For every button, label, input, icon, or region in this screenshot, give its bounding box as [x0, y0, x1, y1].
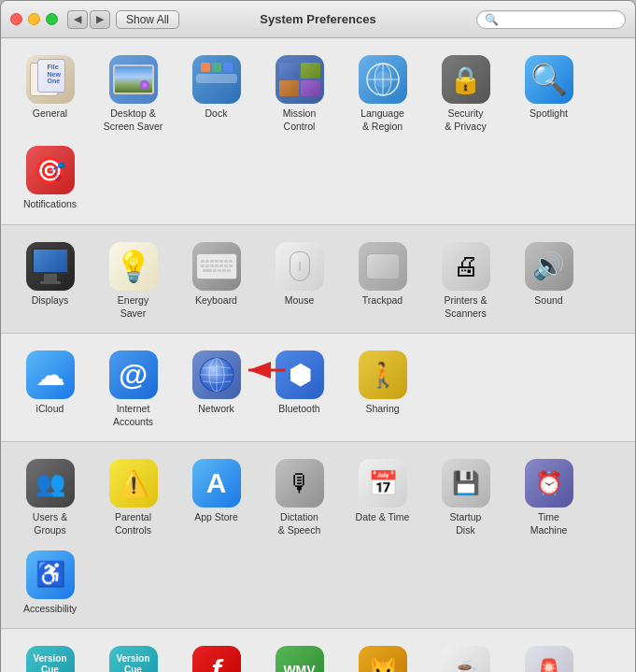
datetime-icon: 📅	[359, 459, 407, 508]
desktop-icon	[109, 55, 158, 104]
keyboard-icon	[192, 242, 241, 291]
icon-item-mouse[interactable]: Mouse	[260, 236, 339, 323]
accessibility-label: Accessibility	[23, 603, 77, 616]
icon-item-network[interactable]: Network	[177, 345, 256, 432]
versioncue4-icon: VersionCueCS4	[109, 646, 158, 672]
icon-item-sharing[interactable]: 🚶 Sharing	[343, 345, 422, 432]
mission-icon	[276, 55, 324, 104]
flash-icon: f	[192, 646, 241, 672]
icon-item-parental[interactable]: ⚠️ ParentalControls	[93, 453, 173, 540]
icon-item-energy[interactable]: 💡 EnergySaver	[93, 236, 173, 323]
internet-accounts-icon: @	[109, 350, 158, 399]
security-icon: 🔒	[442, 55, 490, 104]
content-area: FileNewOne General	[1, 38, 635, 672]
icon-item-macfuse[interactable]: 🚨 MacFUSE	[509, 640, 588, 672]
forward-button[interactable]: ▶	[90, 10, 110, 29]
icons-grid-system: 👥 Users &Groups ⚠️ ParentalControls	[10, 453, 626, 619]
icon-item-notifications[interactable]: 🎯 Notifications	[10, 140, 90, 215]
section-hardware: Displays 💡 EnergySaver	[1, 225, 635, 334]
users-icon: 👥	[26, 459, 75, 508]
icon-item-desktop[interactable]: Desktop &Screen Saver	[93, 50, 173, 136]
icon-item-startup[interactable]: 💾 StartupDisk	[426, 453, 505, 540]
icon-item-general[interactable]: FileNewOne General	[10, 50, 90, 136]
back-button[interactable]: ◀	[67, 10, 88, 29]
titlebar: ◀ ▶ Show All System Preferences 🔍	[1, 1, 635, 38]
icon-item-icloud[interactable]: ☁ iCloud	[10, 345, 90, 432]
notifications-icon: 🎯	[26, 146, 75, 194]
icon-item-versioncue4[interactable]: VersionCueCS4 Version CueCS4	[93, 640, 173, 672]
mouse-icon	[276, 242, 324, 291]
icon-item-trackpad[interactable]: Trackpad	[343, 236, 422, 323]
icon-item-internet-accounts[interactable]: @ InternetAccounts	[93, 345, 173, 432]
bluetooth-label: Bluetooth	[278, 403, 319, 416]
notifications-label: Notifications	[23, 198, 77, 211]
nav-buttons: ◀ ▶	[67, 10, 110, 29]
growl-icon: 😾	[359, 646, 407, 672]
icon-item-growl[interactable]: 😾 Growl	[343, 640, 422, 672]
close-button[interactable]	[10, 13, 22, 25]
parental-icon: ⚠️	[109, 459, 158, 508]
icon-item-versioncue3[interactable]: VersionCueCS3 Version CueCS3	[10, 640, 90, 672]
icon-item-accessibility[interactable]: ♿ Accessibility	[10, 545, 90, 620]
trackpad-icon	[359, 242, 407, 291]
icon-item-users[interactable]: 👥 Users &Groups	[10, 453, 90, 540]
section-system: 👥 Users &Groups ⚠️ ParentalControls	[1, 442, 635, 629]
flip4mac-icon: WMV	[276, 646, 324, 672]
sharing-icon: 🚶	[359, 350, 407, 399]
icon-item-language[interactable]: Language& Region	[343, 50, 422, 136]
icon-item-mission[interactable]: MissionControl	[260, 50, 339, 136]
startup-label: StartupDisk	[450, 511, 482, 536]
dock-label: Dock	[205, 107, 228, 121]
icons-grid-hardware: Displays 💡 EnergySaver	[10, 236, 626, 323]
icons-grid-other: VersionCueCS3 Version CueCS3 VersionCueC…	[10, 640, 626, 672]
network-icon	[192, 350, 241, 399]
desktop-label: Desktop &Screen Saver	[104, 107, 163, 133]
icon-item-dock[interactable]: Dock	[177, 50, 256, 136]
displays-label: Displays	[32, 294, 69, 307]
icon-item-dictation[interactable]: 🎙 Dictation& Speech	[260, 453, 339, 540]
icon-item-datetime[interactable]: 📅 Date & Time	[343, 453, 422, 540]
icon-item-printers[interactable]: 🖨 Printers &Scanners	[426, 236, 505, 323]
search-input[interactable]	[502, 13, 617, 26]
show-all-button[interactable]: Show All	[116, 10, 179, 29]
mission-label: MissionControl	[283, 107, 317, 133]
icon-item-spotlight[interactable]: 🔍 Spotlight	[509, 50, 588, 136]
accessibility-icon: ♿	[26, 550, 75, 599]
icon-item-security[interactable]: 🔒 Security& Privacy	[426, 50, 505, 136]
icon-item-sound[interactable]: 🔊 Sound	[509, 236, 588, 323]
keyboard-label: Keyboard	[195, 294, 237, 307]
sound-label: Sound	[534, 294, 562, 307]
energy-icon: 💡	[109, 242, 158, 291]
startup-icon: 💾	[442, 459, 490, 508]
icon-item-displays[interactable]: Displays	[10, 236, 90, 323]
energy-label: EnergySaver	[118, 294, 148, 320]
minimize-button[interactable]	[28, 13, 40, 25]
icon-item-java[interactable]: ☕ Java	[426, 640, 505, 672]
versioncue3-icon: VersionCueCS3	[26, 646, 75, 672]
icon-item-flash[interactable]: f Flash Player	[177, 640, 256, 672]
icon-item-keyboard[interactable]: Keyboard	[177, 236, 256, 323]
section-other: VersionCueCS3 Version CueCS3 VersionCueC…	[1, 629, 635, 672]
icon-item-appstore[interactable]: A App Store	[177, 453, 256, 540]
maximize-button[interactable]	[46, 13, 58, 25]
timemachine-label: TimeMachine	[530, 511, 568, 536]
sound-icon: 🔊	[525, 242, 573, 291]
java-icon: ☕	[442, 646, 490, 672]
icon-item-bluetooth[interactable]: ⬢ Bluetooth	[260, 345, 339, 432]
network-label: Network	[198, 403, 234, 416]
parental-label: ParentalControls	[115, 511, 151, 536]
icon-item-timemachine[interactable]: ⏰ TimeMachine	[509, 453, 588, 540]
general-icon: FileNewOne	[26, 55, 75, 104]
icons-grid-internet: ☁ iCloud @ InternetAccounts	[10, 345, 626, 432]
dictation-label: Dictation& Speech	[278, 511, 321, 536]
internet-accounts-label: InternetAccounts	[113, 403, 153, 428]
macfuse-icon: 🚨	[525, 646, 573, 672]
icon-item-flip4mac[interactable]: WMV Flip4MacWMV	[260, 640, 339, 672]
spotlight-label: Spotlight	[530, 107, 568, 121]
general-label: General	[33, 107, 67, 121]
search-box[interactable]: 🔍	[476, 10, 626, 29]
icons-grid-personal: FileNewOne General	[10, 50, 626, 215]
trackpad-label: Trackpad	[362, 294, 403, 307]
datetime-label: Date & Time	[356, 511, 410, 524]
spotlight-icon: 🔍	[525, 55, 573, 104]
